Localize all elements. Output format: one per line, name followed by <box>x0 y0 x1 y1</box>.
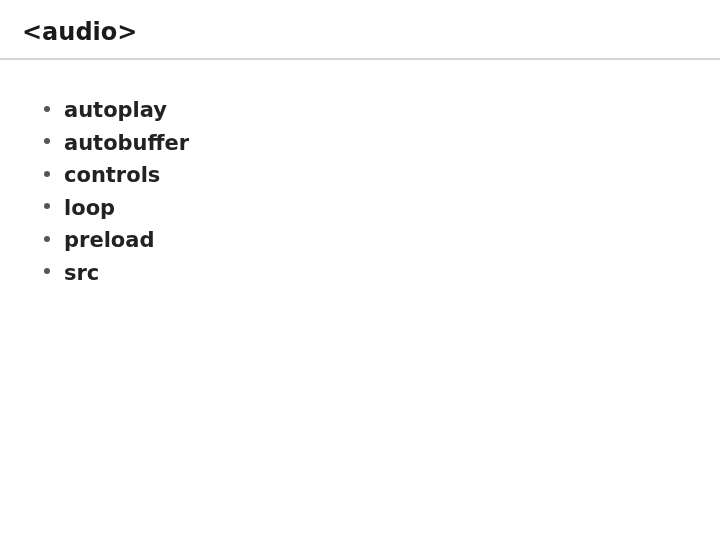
list-item: autoplay <box>42 94 698 127</box>
list-item: src <box>42 257 698 290</box>
list-item: preload <box>42 224 698 257</box>
slide: <audio> autoplay autobuffer controls loo… <box>0 0 720 540</box>
list-item: controls <box>42 159 698 192</box>
list-item: autobuffer <box>42 127 698 160</box>
attribute-list: autoplay autobuffer controls loop preloa… <box>22 94 698 289</box>
page-title: <audio> <box>22 18 698 58</box>
divider <box>0 58 720 60</box>
list-item: loop <box>42 192 698 225</box>
